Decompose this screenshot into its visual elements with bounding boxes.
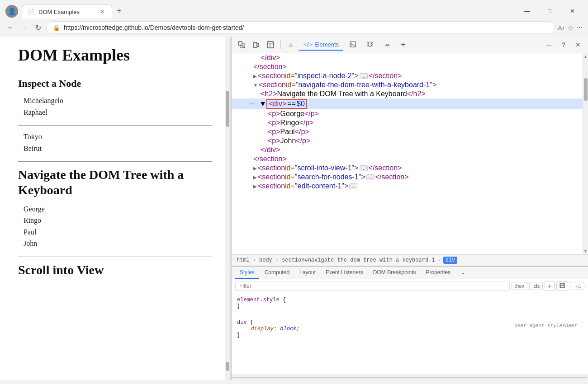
- tab-event-listeners[interactable]: Event Listeners: [321, 267, 368, 279]
- collapse-arrow[interactable]: ▼: [253, 83, 258, 88]
- tab-elements[interactable]: </> Elements: [299, 39, 343, 51]
- tab-layout[interactable]: Layout: [295, 267, 320, 279]
- tab-icon: 📄: [28, 9, 35, 15]
- dom-line[interactable]: <p>John</p>: [232, 136, 583, 145]
- collapse-arrow[interactable]: ▶: [253, 166, 257, 171]
- svg-line-15: [367, 46, 368, 46]
- list-item: Tokyo: [24, 131, 212, 143]
- devtools-help-button[interactable]: ?: [557, 38, 570, 51]
- more-icon[interactable]: ···: [577, 23, 583, 32]
- devtools-left-col: </div> </section> ▶ <section id="inspect…: [232, 53, 588, 380]
- dom-line[interactable]: </section>: [232, 155, 583, 164]
- dom-attr-name: id=: [285, 182, 295, 190]
- dom-scroll-thumb[interactable]: [584, 78, 588, 101]
- dom-attr-name: id=: [285, 173, 295, 181]
- svg-point-10: [368, 42, 372, 47]
- dom-attr-name: id=: [286, 81, 296, 89]
- dom-text: Navigate the DOM Tree with a Keyboard: [277, 90, 407, 98]
- new-tab-button[interactable]: +: [112, 4, 126, 19]
- active-tab[interactable]: 📄 DOM Examples ✕: [22, 5, 112, 19]
- tab-properties[interactable]: Properties: [422, 267, 455, 279]
- dom-line[interactable]: ▶ <section id="search-for-nodes-1"> … </…: [232, 173, 583, 182]
- hov-button[interactable]: :hov: [512, 282, 527, 290]
- device-tool-button[interactable]: [250, 38, 262, 51]
- add-panel-button[interactable]: +: [397, 38, 409, 51]
- svg-line-16: [372, 46, 373, 46]
- refresh-button[interactable]: ↻: [33, 23, 43, 32]
- section-inspect-node: Inspect a Node Michelangelo Raphael: [18, 78, 212, 118]
- breadcrumb-div[interactable]: div: [443, 257, 458, 264]
- dom-line-selected[interactable]: ··· ▼ <div> == $0: [232, 98, 583, 109]
- inspect-tool-button[interactable]: [235, 38, 248, 51]
- breadcrumb-html[interactable]: html: [235, 257, 251, 264]
- page-content: DOM Examples Inspect a Node Michelangelo…: [0, 37, 231, 380]
- dom-line[interactable]: ▼ <section id="navigate-the-dom-tree-wit…: [232, 80, 583, 89]
- scroll-up-arrow[interactable]: ▲: [583, 53, 588, 60]
- breadcrumb-body[interactable]: body: [258, 257, 274, 264]
- style-brace-close: }: [237, 332, 240, 338]
- dom-line[interactable]: </section>: [232, 62, 583, 71]
- dom-text: Paul: [280, 128, 295, 136]
- tab-console[interactable]: [345, 39, 360, 50]
- dom-tree-area: </div> </section> ▶ <section id="inspect…: [232, 53, 588, 254]
- minimize-button[interactable]: —: [517, 4, 537, 19]
- tab-network[interactable]: [379, 39, 395, 50]
- dom-line[interactable]: <h2>Navigate the DOM Tree with a Keyboar…: [232, 89, 583, 98]
- tab-computed[interactable]: Computed: [260, 267, 294, 279]
- collapse-arrow[interactable]: ▶: [253, 74, 257, 79]
- dom-tag: </section>: [369, 164, 402, 172]
- list-item: John: [24, 238, 212, 249]
- cls-button[interactable]: .cls: [529, 282, 543, 290]
- tab-close-button[interactable]: ✕: [98, 8, 106, 16]
- add-rule-button[interactable]: +: [545, 281, 555, 291]
- dots-button[interactable]: ···: [248, 100, 257, 108]
- more-button[interactable]: …: [349, 183, 357, 189]
- collapse-arrow-selected[interactable]: ▼: [259, 100, 266, 108]
- dom-tag: <section: [258, 164, 285, 172]
- forward-button[interactable]: →: [19, 23, 30, 32]
- dom-line[interactable]: </div>: [232, 145, 583, 155]
- save-button[interactable]: [556, 281, 568, 290]
- dom-scrollbar[interactable]: ▲ ▼: [583, 53, 588, 254]
- scroll-heading: Scroll into View: [18, 262, 212, 278]
- export-button[interactable]: →□: [570, 282, 584, 290]
- dom-line[interactable]: ▶ <section id="inspect-a-node-2"> … </se…: [232, 71, 583, 80]
- tab-debug[interactable]: [362, 39, 378, 50]
- bottom-scrollbar[interactable]: [232, 375, 588, 380]
- maximize-button[interactable]: □: [539, 4, 560, 19]
- home-button[interactable]: ⌂: [285, 38, 297, 51]
- dom-line[interactable]: ▶ <section id="scroll-into-view-1"> … </…: [232, 164, 583, 173]
- more-button[interactable]: …: [360, 165, 368, 171]
- devtools-more-button[interactable]: ···: [543, 38, 555, 51]
- close-button[interactable]: ✕: [562, 4, 583, 19]
- scroll-down-arrow[interactable]: ▼: [583, 248, 588, 254]
- more-button[interactable]: …: [366, 174, 375, 180]
- dom-tag: </h2>: [407, 90, 426, 98]
- page-scrollbar[interactable]: [225, 37, 230, 380]
- breadcrumb-section[interactable]: section#navigate-the-dom-tree-with-a-key…: [280, 257, 436, 264]
- tab-chevron[interactable]: ⌄: [456, 267, 469, 279]
- dom-line[interactable]: </div>: [232, 53, 583, 62]
- dom-tag: </section>: [253, 155, 287, 163]
- filter-input[interactable]: [235, 281, 510, 291]
- url-bar[interactable]: 🔒 https://microsoftedge.github.io/Demos/…: [46, 21, 555, 34]
- more-button[interactable]: …: [360, 73, 368, 79]
- devtools-close-button[interactable]: ✕: [572, 38, 584, 51]
- dom-line[interactable]: <p>George</p>: [232, 109, 583, 118]
- svg-rect-4: [257, 43, 259, 47]
- dom-text: Ringo: [280, 119, 299, 127]
- read-aloud-icon[interactable]: A↑: [558, 24, 564, 31]
- dom-tag: <section: [258, 182, 285, 190]
- dom-line[interactable]: ▶ <section id="edit-content-1"> …: [232, 182, 583, 191]
- style-brace: {: [283, 297, 286, 303]
- tab-dom-breakpoints[interactable]: DOM Breakpoints: [369, 267, 421, 279]
- dom-line[interactable]: <p>Paul</p>: [232, 127, 583, 136]
- svg-point-17: [387, 46, 388, 47]
- tab-styles[interactable]: Styles: [235, 267, 259, 279]
- layout-tool-button[interactable]: [264, 38, 277, 51]
- back-button[interactable]: ←: [5, 23, 16, 32]
- collapse-arrow[interactable]: ▶: [253, 175, 257, 180]
- collapse-arrow[interactable]: ▶: [253, 184, 257, 189]
- dom-line[interactable]: <p>Ringo</p>: [232, 118, 583, 127]
- favorites-icon[interactable]: ☆: [568, 23, 574, 32]
